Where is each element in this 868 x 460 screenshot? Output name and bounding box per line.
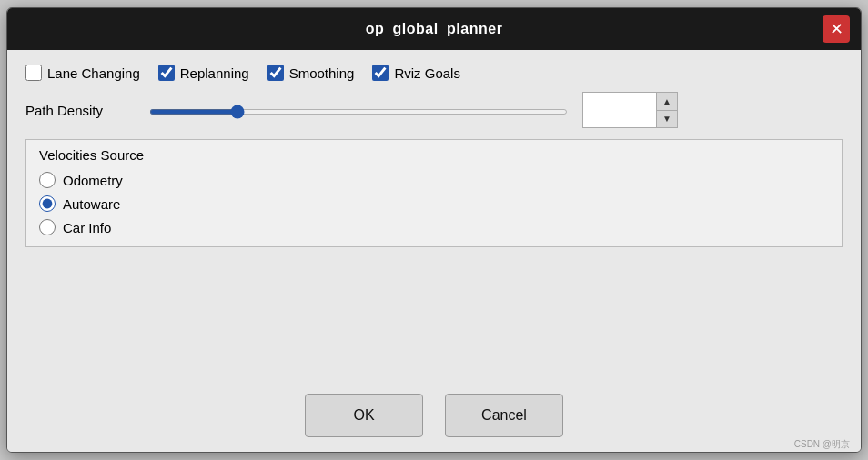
path-density-slider[interactable] bbox=[149, 109, 568, 115]
path-density-spinbox: 1 ▲ ▼ bbox=[582, 92, 678, 128]
lane-changing-label: Lane Changing bbox=[47, 65, 140, 81]
odometry-label: Odometry bbox=[63, 173, 123, 188]
velocities-section: Velocities Source Odometry Autoware Car … bbox=[25, 139, 843, 247]
rviz-goals-input[interactable] bbox=[372, 65, 389, 81]
replanning-checkbox[interactable]: Replanning bbox=[158, 65, 249, 81]
path-density-label: Path Density bbox=[25, 103, 135, 118]
path-density-slider-wrapper bbox=[149, 102, 568, 118]
odometry-radio-item[interactable]: Odometry bbox=[39, 172, 829, 188]
car-info-label: Car Info bbox=[63, 220, 111, 235]
velocities-title: Velocities Source bbox=[39, 147, 829, 163]
rviz-goals-checkbox[interactable]: Rviz Goals bbox=[372, 65, 460, 81]
replanning-input[interactable] bbox=[158, 65, 175, 81]
path-density-input[interactable]: 1 bbox=[583, 93, 656, 127]
rviz-goals-label: Rviz Goals bbox=[394, 65, 460, 81]
replanning-label: Replanning bbox=[180, 65, 249, 81]
dialog: op_global_planner ✕ Lane Changing Replan… bbox=[6, 7, 862, 453]
autoware-radio[interactable] bbox=[39, 195, 56, 212]
cancel-button[interactable]: Cancel bbox=[445, 394, 563, 437]
car-info-radio[interactable] bbox=[39, 219, 56, 235]
close-button[interactable]: ✕ bbox=[823, 15, 850, 43]
autoware-radio-item[interactable]: Autoware bbox=[39, 195, 829, 212]
smoothing-label: Smoothing bbox=[289, 65, 355, 81]
car-info-radio-item[interactable]: Car Info bbox=[39, 219, 829, 235]
watermark: CSDN @明京 bbox=[794, 438, 850, 451]
smoothing-checkbox[interactable]: Smoothing bbox=[267, 65, 355, 81]
dialog-footer: OK Cancel bbox=[7, 379, 861, 452]
dialog-title: op_global_planner bbox=[366, 21, 503, 37]
checkboxes-row: Lane Changing Replanning Smoothing Rviz … bbox=[25, 65, 843, 81]
ok-button[interactable]: OK bbox=[305, 394, 423, 437]
path-density-row: Path Density 1 ▲ ▼ bbox=[25, 92, 843, 128]
dialog-content: Lane Changing Replanning Smoothing Rviz … bbox=[7, 50, 861, 379]
spinbox-up-button[interactable]: ▲ bbox=[657, 93, 677, 111]
spinbox-down-button[interactable]: ▼ bbox=[657, 111, 677, 128]
odometry-radio[interactable] bbox=[39, 172, 56, 188]
autoware-label: Autoware bbox=[63, 196, 120, 212]
title-bar: op_global_planner ✕ bbox=[7, 8, 861, 50]
smoothing-input[interactable] bbox=[267, 65, 284, 81]
lane-changing-input[interactable] bbox=[25, 65, 42, 81]
spinbox-buttons: ▲ ▼ bbox=[656, 93, 677, 127]
lane-changing-checkbox[interactable]: Lane Changing bbox=[25, 65, 140, 81]
